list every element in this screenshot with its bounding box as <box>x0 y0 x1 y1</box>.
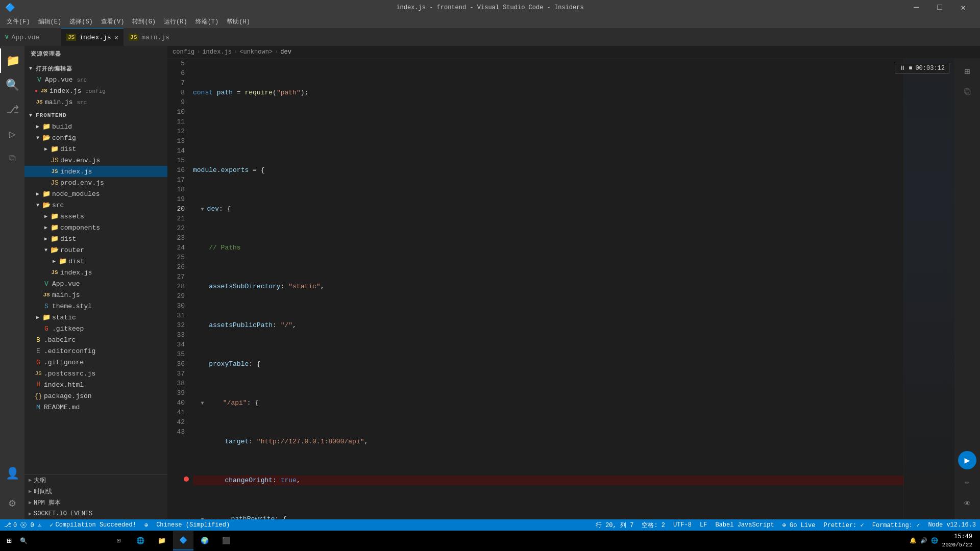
outline-label: 大纲 <box>34 476 46 485</box>
folder-assets[interactable]: ▶ 📁 assets <box>24 211 167 222</box>
right-icon-view[interactable]: 👁 <box>957 494 977 514</box>
eol-text: LF <box>700 521 707 529</box>
tab-main-js[interactable]: JS main.js <box>124 28 185 46</box>
status-eol[interactable]: LF <box>696 521 711 529</box>
branch-icon: ⎇ <box>4 521 11 529</box>
activity-extensions[interactable]: ⧉ <box>0 146 24 171</box>
folder-config[interactable]: ▼ 📂 config <box>24 132 167 143</box>
status-node[interactable]: Node v12.16.3 <box>924 521 980 529</box>
menu-file[interactable]: 文件(F) <box>3 16 34 27</box>
vue-icon: V <box>5 34 9 40</box>
activity-settings[interactable]: ⚙ <box>0 491 24 515</box>
breadcrumb-unknown[interactable]: <unknown> <box>239 48 273 56</box>
menu-goto[interactable]: 转到(G) <box>128 16 160 27</box>
menu-run[interactable]: 运行(R) <box>160 16 191 27</box>
taskbar-chrome[interactable]: 🌍 <box>194 531 215 550</box>
error-indicator-icon: ● <box>35 88 38 94</box>
file-gitkeep[interactable]: G .gitkeep <box>24 323 167 334</box>
file-postcssrc[interactable]: JS .postcssrc.js <box>24 368 167 379</box>
folder-dist-src[interactable]: ▶ 📁 dist <box>24 233 167 244</box>
folder-build[interactable]: ▶ 📁 build <box>24 121 167 132</box>
open-editor-index-js[interactable]: ● JS index.js config <box>24 85 167 96</box>
tab-app-vue[interactable]: V App.vue <box>0 28 61 46</box>
minimize-button[interactable]: ─ <box>904 0 928 15</box>
right-icon-3[interactable]: ▶ <box>958 451 976 469</box>
status-encoding[interactable]: UTF-8 <box>669 521 696 529</box>
status-go-live[interactable]: ⊕ Go Live <box>778 521 820 529</box>
file-package-json-label: package.json <box>43 392 167 400</box>
folder-static[interactable]: ▶ 📁 static <box>24 312 167 323</box>
menu-select[interactable]: 选择(S) <box>65 16 97 27</box>
folder-components[interactable]: ▶ 📁 components <box>24 222 167 233</box>
right-icon-2[interactable]: ⧉ <box>957 82 977 102</box>
start-button[interactable]: ⊞ <box>3 536 16 546</box>
activity-git[interactable]: ⎇ <box>0 97 24 122</box>
close-button[interactable]: ✕ <box>951 0 975 15</box>
status-compilation[interactable]: ✓ Compilation Succeeded! <box>45 519 140 531</box>
file-gitignore[interactable]: G .gitignore <box>24 357 167 368</box>
frontend-root-toggle[interactable]: ▼ FRONTEND <box>24 110 167 121</box>
fold-arrow-13[interactable]: ▼ <box>201 398 207 408</box>
folder-src[interactable]: ▼ 📂 src <box>24 199 167 211</box>
menu-terminal[interactable]: 终端(T) <box>191 16 223 27</box>
file-index-js-config[interactable]: JS index.js <box>24 166 167 177</box>
fold-arrow-8[interactable]: ▼ <box>201 205 207 214</box>
activity-account[interactable]: 👤 <box>0 461 24 486</box>
activity-debug[interactable]: ▷ <box>0 122 24 146</box>
taskbar-multitasking[interactable]: ⊡ <box>109 531 129 550</box>
file-editorconfig[interactable]: E .editorconfig <box>24 345 167 357</box>
open-editors-toggle[interactable]: ▼ 打开的编辑器 <box>24 63 167 74</box>
folder-dist-router[interactable]: ▶ 📁 dist <box>24 256 167 267</box>
right-icon-1[interactable]: ⊞ <box>957 61 977 82</box>
status-position[interactable]: 行 20, 列 7 <box>592 521 638 530</box>
status-file-type[interactable]: Babel JavaScript <box>711 521 778 529</box>
status-spaces[interactable]: 空格: 2 <box>638 521 669 530</box>
fold-arrow-16[interactable]: ▼ <box>201 515 207 519</box>
status-sync[interactable]: ⊕ <box>140 519 152 531</box>
file-app-vue-src[interactable]: V App.vue <box>24 278 167 289</box>
file-main-js-src[interactable]: JS main.js <box>24 289 167 300</box>
open-editor-main-js[interactable]: JS main.js src <box>24 96 167 108</box>
taskbar-search[interactable]: 🔍 <box>16 531 108 550</box>
menu-help[interactable]: 帮助(H) <box>223 16 254 27</box>
open-editor-app-vue[interactable]: V App.vue src <box>24 74 167 85</box>
right-icon-edit[interactable]: ✏ <box>957 471 977 492</box>
breadcrumb-index-js[interactable]: index.js <box>202 48 232 56</box>
code-editor[interactable]: ⏸ ■ 00:03:12 5 6 7 8 9 10 11 12 13 14 15… <box>167 59 980 519</box>
sidebar-npm[interactable]: ▶ NPM 脚本 <box>24 497 167 508</box>
menu-edit[interactable]: 编辑(E) <box>34 16 66 27</box>
stop-button[interactable]: ■ <box>909 65 912 72</box>
tab-close-button[interactable]: ✕ <box>114 33 118 42</box>
taskbar-vscode[interactable]: 🔷 <box>173 531 193 550</box>
file-index-html[interactable]: H index.html <box>24 379 167 390</box>
file-theme-styl[interactable]: S theme.styl <box>24 300 167 312</box>
folder-router[interactable]: ▼ 📂 router <box>24 244 167 256</box>
taskbar-terminal[interactable]: ⬛ <box>216 531 236 550</box>
menu-view[interactable]: 查看(V) <box>97 16 129 27</box>
activity-search[interactable]: 🔍 <box>0 73 24 97</box>
status-formatting[interactable]: Formatting: ✓ <box>868 521 924 529</box>
status-language-indicator[interactable]: Chinese (Simplified) <box>152 519 234 531</box>
file-index-router[interactable]: JS index.js <box>24 267 167 278</box>
maximize-button[interactable]: □ <box>928 0 951 15</box>
file-dev-env[interactable]: JS dev.env.js <box>24 155 167 166</box>
sidebar-outline[interactable]: ▶ 大纲 <box>24 474 167 486</box>
file-babelrc[interactable]: B .babelrc <box>24 334 167 345</box>
status-branch[interactable]: ⎇ 0 ⓧ 0 ⚠ <box>0 519 45 531</box>
taskbar-explorer[interactable]: 📁 <box>152 531 172 550</box>
breadcrumb-config[interactable]: config <box>173 48 194 56</box>
activity-explorer[interactable]: 📁 <box>0 48 24 73</box>
pause-button[interactable]: ⏸ <box>899 64 905 72</box>
file-readme[interactable]: M README.md <box>24 402 167 413</box>
file-package-json[interactable]: {} package.json <box>24 390 167 402</box>
file-prod-env[interactable]: JS prod.env.js <box>24 177 167 188</box>
status-prettier[interactable]: Prettier: ✓ <box>819 521 868 529</box>
breadcrumb-dev[interactable]: dev <box>280 48 291 56</box>
code-content[interactable]: const path = require("path"); module.exp… <box>189 59 903 519</box>
folder-node-modules[interactable]: ▶ 📁 node_modules <box>24 188 167 199</box>
tab-index-js[interactable]: JS index.js ✕ <box>61 28 124 46</box>
folder-dist-config[interactable]: ▶ 📁 dist <box>24 143 167 155</box>
sidebar-timeline[interactable]: ▶ 时间线 <box>24 486 167 497</box>
taskbar-edge[interactable]: 🌐 <box>130 531 151 550</box>
sidebar-socketio[interactable]: ▶ SOCKET.IO EVENTS <box>24 508 167 519</box>
